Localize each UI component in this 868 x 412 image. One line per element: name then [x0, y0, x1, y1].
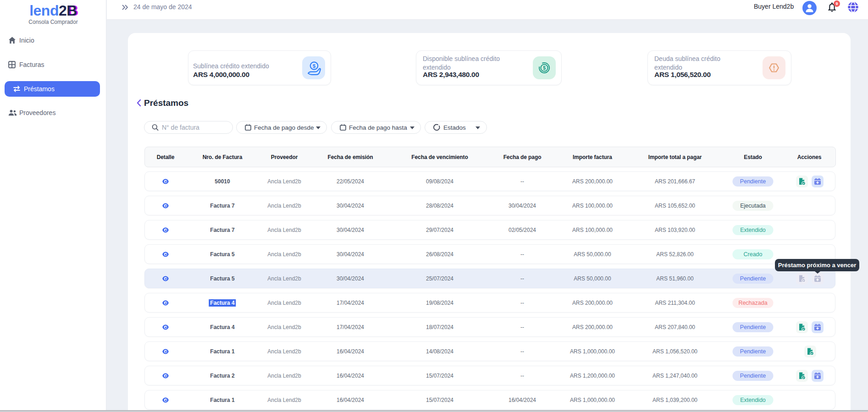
svg-text:$: $ [313, 63, 316, 69]
svg-text:$: $ [543, 65, 546, 71]
